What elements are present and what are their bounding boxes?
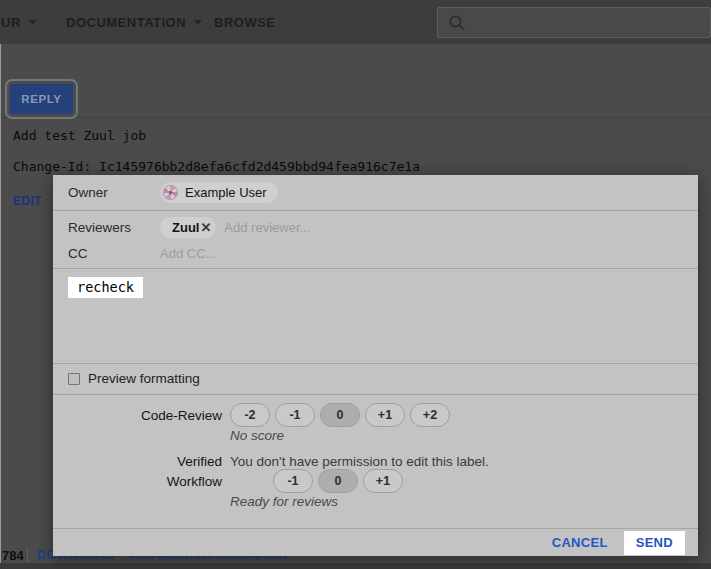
score-button[interactable]: -2	[230, 403, 270, 427]
preview-formatting-row: Preview formatting	[68, 370, 200, 387]
score-button[interactable]: +2	[410, 403, 450, 427]
nav-menu-browse[interactable]: BROWSE	[214, 0, 276, 44]
chevron-down-icon	[29, 20, 37, 25]
workflow-buttons: -1 0 +1	[273, 469, 403, 493]
score-button[interactable]: -1	[273, 469, 313, 493]
preview-formatting-checkbox[interactable]	[68, 373, 80, 385]
gerrit-change-page: UR DOCUMENTATION BROWSE REPLY Add test Z…	[0, 0, 711, 569]
cc-label: CC	[68, 246, 160, 261]
owner-label: Owner	[68, 185, 160, 200]
chevron-down-icon	[194, 20, 202, 25]
send-button[interactable]: SEND	[624, 531, 685, 555]
nav-menu-your-label: UR	[1, 15, 21, 30]
workflow-row: Workflow -1 0 +1	[53, 469, 403, 493]
nav-menu-documentation[interactable]: DOCUMENTATION	[66, 0, 202, 44]
reply-button[interactable]: REPLY	[10, 84, 73, 114]
verified-permission-text: You don't have permission to edit this l…	[230, 454, 489, 469]
search-input[interactable]	[437, 7, 711, 38]
top-app-bar: UR DOCUMENTATION BROWSE	[0, 0, 711, 44]
page-left-edge	[0, 44, 1, 563]
add-cc-input[interactable]	[160, 246, 360, 261]
reviewers-label: Reviewers	[68, 220, 160, 235]
search-icon	[447, 13, 467, 33]
code-review-status: No score	[230, 428, 284, 443]
verified-label: Verified	[53, 454, 222, 469]
owner-name: Example User	[185, 185, 267, 200]
owner-chip: Example User	[160, 182, 278, 203]
patchset-number: 784	[2, 548, 24, 563]
reviewer-chip: Zuul ✕	[160, 217, 216, 238]
nav-menu-browse-label: BROWSE	[214, 15, 276, 30]
reviewers-row: Reviewers Zuul ✕	[53, 215, 698, 239]
workflow-label: Workflow	[53, 474, 222, 489]
divider	[53, 210, 698, 211]
code-review-buttons: -2 -1 0 +1 +2	[230, 403, 450, 427]
cc-row: CC	[53, 243, 698, 263]
reviewer-name: Zuul	[172, 220, 199, 235]
score-button-selected[interactable]: 0	[320, 403, 360, 427]
commit-message-subject: Add test Zuul job	[13, 128, 146, 143]
remove-reviewer-icon[interactable]: ✕	[200, 220, 211, 235]
reply-dialog: Owner Example User Reviewers Zuul ✕ CC r…	[53, 175, 698, 556]
avatar-icon	[163, 185, 178, 200]
workflow-status: Ready for reviews	[230, 494, 338, 509]
cancel-button[interactable]: CANCEL	[552, 535, 608, 550]
preview-formatting-label: Preview formatting	[88, 371, 200, 386]
nav-menu-documentation-label: DOCUMENTATION	[66, 15, 186, 30]
reply-message-textarea[interactable]: recheck	[53, 269, 698, 363]
commit-change-id: Change-Id: Ic145976bb2d8efa6cfd2d459bbd9…	[13, 159, 420, 174]
code-review-label: Code-Review	[53, 408, 222, 423]
divider	[53, 363, 698, 364]
edit-link[interactable]: EDIT	[13, 194, 42, 208]
score-button[interactable]: -1	[275, 403, 315, 427]
dialog-footer: CANCEL SEND	[53, 529, 698, 556]
score-button[interactable]: +1	[363, 469, 403, 493]
score-button-selected[interactable]: 0	[318, 469, 358, 493]
score-button[interactable]: +1	[365, 403, 405, 427]
page-bottom-edge	[0, 563, 711, 569]
section-divider	[0, 117, 711, 118]
nav-menu-your[interactable]: UR	[1, 0, 37, 44]
divider	[53, 394, 698, 395]
owner-row: Owner Example User	[53, 175, 698, 210]
verified-row: Verified You don't have permission to ed…	[53, 453, 489, 470]
code-review-row: Code-Review -2 -1 0 +1 +2	[53, 403, 450, 427]
add-reviewer-input[interactable]	[224, 220, 424, 235]
reply-message-text: recheck	[68, 277, 143, 298]
divider	[27, 547, 28, 562]
